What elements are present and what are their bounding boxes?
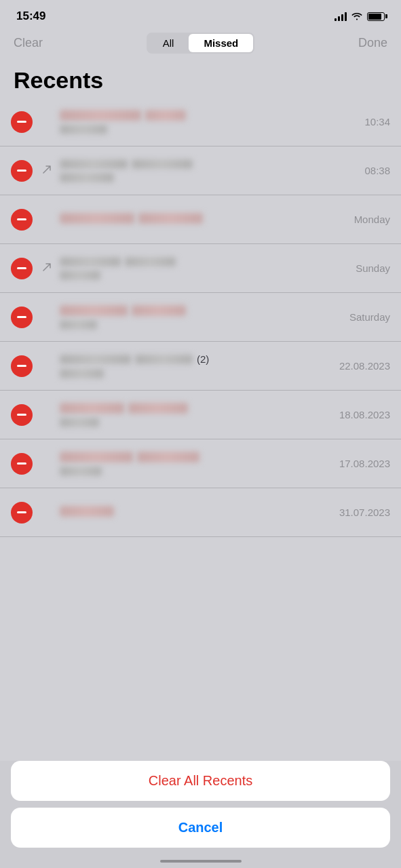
call-info	[60, 159, 364, 182]
nav-bar: Clear All Missed Done	[0, 28, 401, 62]
call-time: Saturday	[349, 311, 390, 323]
outgoing-call-icon	[41, 163, 54, 178]
call-list: 10:34 08:38Monday SundaySaturday(2)22.08…	[0, 98, 401, 537]
done-button[interactable]: Done	[358, 36, 387, 50]
delete-button[interactable]	[11, 453, 33, 475]
delete-button[interactable]	[11, 209, 33, 231]
page-title: Recents	[14, 67, 387, 94]
segment-all[interactable]: All	[148, 34, 189, 52]
battery-icon	[367, 12, 385, 21]
call-item[interactable]: Sunday	[0, 244, 401, 293]
segment-control[interactable]: All Missed	[147, 33, 255, 54]
call-time: Sunday	[356, 262, 390, 274]
call-item[interactable]: Monday	[0, 195, 401, 244]
home-indicator	[160, 860, 242, 863]
call-time: 08:38	[364, 165, 390, 176]
call-info	[60, 452, 339, 476]
delete-button[interactable]	[11, 160, 33, 182]
segment-missed[interactable]: Missed	[189, 34, 253, 52]
call-count-badge: (2)	[197, 353, 209, 365]
call-time: 18.08.2023	[339, 409, 390, 420]
call-item[interactable]: (2)22.08.2023	[0, 342, 401, 391]
call-item[interactable]: Saturday	[0, 293, 401, 342]
action-sheet-overlay: Clear All Recents Cancel	[0, 761, 401, 868]
clear-button[interactable]: Clear	[14, 36, 43, 50]
status-bar: 15:49	[0, 0, 401, 28]
delete-button[interactable]	[11, 307, 33, 328]
clear-all-button[interactable]: Clear All Recents	[11, 761, 390, 801]
delete-button[interactable]	[11, 355, 33, 377]
call-time: 31.07.2023	[339, 507, 390, 518]
call-item[interactable]: 08:38	[0, 146, 401, 195]
call-time: Monday	[354, 214, 390, 225]
call-item[interactable]: 10:34	[0, 98, 401, 146]
call-info: (2)	[60, 353, 339, 378]
status-icons	[335, 11, 385, 22]
wifi-icon	[351, 11, 363, 22]
call-item[interactable]: 17.08.2023	[0, 439, 401, 488]
call-time: 22.08.2023	[339, 360, 390, 372]
call-info	[60, 257, 356, 280]
call-info	[60, 305, 349, 330]
delete-button[interactable]	[11, 404, 33, 426]
page-title-area: Recents	[0, 62, 401, 98]
call-item[interactable]: 18.08.2023	[0, 391, 401, 439]
call-info	[60, 110, 364, 134]
delete-button[interactable]	[11, 502, 33, 524]
action-sheet-primary: Clear All Recents	[11, 761, 390, 801]
call-info	[60, 506, 339, 519]
call-time: 10:34	[364, 116, 390, 127]
delete-button[interactable]	[11, 258, 33, 279]
cancel-button[interactable]: Cancel	[11, 808, 390, 848]
status-time: 15:49	[16, 9, 45, 23]
delete-button[interactable]	[11, 111, 33, 133]
call-item[interactable]: 31.07.2023	[0, 488, 401, 537]
outgoing-call-icon	[41, 261, 54, 276]
call-info	[60, 403, 339, 427]
call-time: 17.08.2023	[339, 458, 390, 469]
signal-icon	[335, 12, 347, 21]
call-info	[60, 213, 354, 226]
